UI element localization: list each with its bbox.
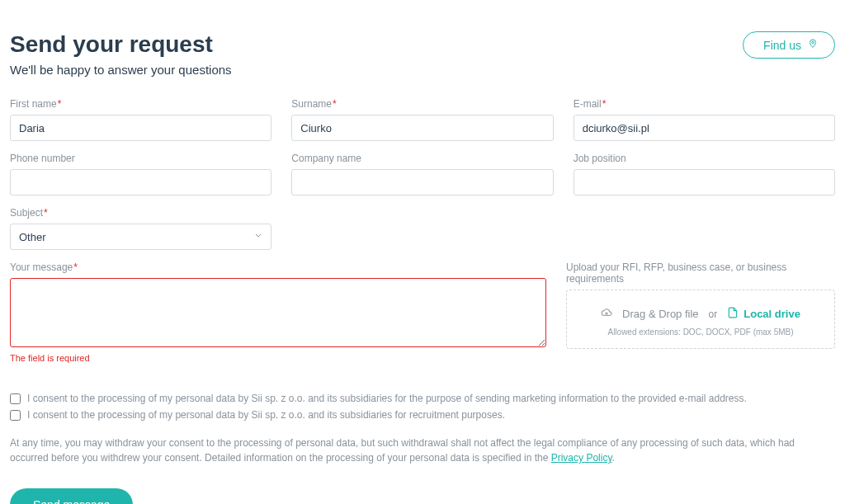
find-us-button[interactable]: Find us <box>743 31 835 59</box>
local-drive-button[interactable]: Local drive <box>727 307 800 321</box>
subject-select[interactable]: Other <box>10 224 271 250</box>
upload-allowed-text: Allowed extensions: DOC, DOCX, PDF (max … <box>575 327 826 337</box>
upload-drag-text: Drag & Drop file <box>622 308 698 320</box>
company-input[interactable] <box>291 169 553 195</box>
consent-marketing-text: I consent to the processing of my person… <box>27 393 747 404</box>
company-label: Company name <box>291 153 553 164</box>
upload-cloud-icon <box>601 307 612 321</box>
surname-label: Surname* <box>291 98 553 110</box>
upload-label: Upload your RFI, RFP, business case, or … <box>566 261 835 285</box>
phone-label: Phone number <box>10 153 271 164</box>
file-icon <box>727 307 739 321</box>
upload-dropzone[interactable]: Drag & Drop file or Local drive Allowed … <box>566 290 835 349</box>
svg-point-0 <box>812 41 814 44</box>
page-title: Send your request <box>10 31 232 58</box>
message-textarea[interactable] <box>10 278 546 347</box>
surname-input[interactable] <box>291 115 553 141</box>
message-error: The field is required <box>10 353 546 363</box>
consent-recruitment-checkbox[interactable] <box>10 410 21 421</box>
privacy-policy-link[interactable]: Privacy Policy <box>551 452 612 464</box>
upload-or-text: or <box>709 309 718 320</box>
map-pin-icon <box>808 37 818 53</box>
find-us-label: Find us <box>763 39 801 52</box>
page-subtitle: We'll be happy to answer your questions <box>10 63 232 77</box>
email-input[interactable] <box>574 115 835 141</box>
consent-marketing-checkbox[interactable] <box>10 393 21 404</box>
subject-label: Subject* <box>10 207 271 219</box>
consent-recruitment-text: I consent to the processing of my person… <box>27 409 505 421</box>
email-label: E-mail* <box>574 98 835 110</box>
first-name-label: First name* <box>10 98 271 110</box>
message-label: Your message* <box>10 261 546 273</box>
disclaimer-text: At any time, you may withdraw your conse… <box>10 436 835 465</box>
job-input[interactable] <box>574 169 835 195</box>
send-message-button[interactable]: Send message <box>10 488 133 504</box>
phone-input[interactable] <box>10 169 271 195</box>
job-label: Job position <box>574 153 835 164</box>
first-name-input[interactable] <box>10 115 271 141</box>
